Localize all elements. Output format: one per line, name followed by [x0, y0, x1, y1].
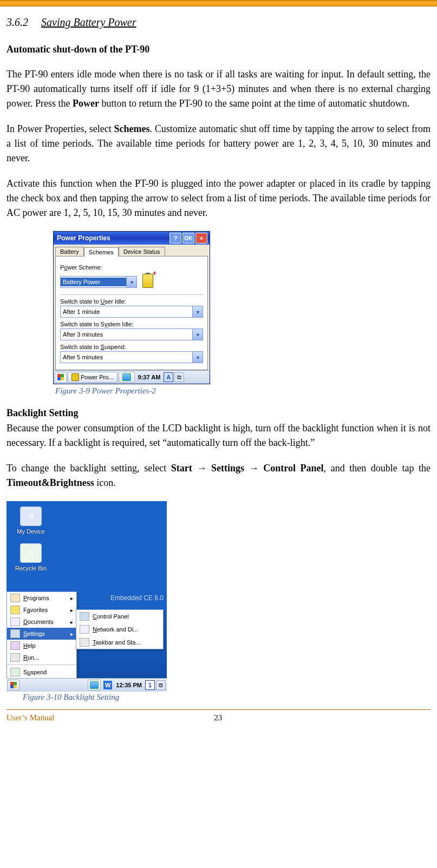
tab-schemes[interactable]: Schemes [84, 247, 119, 257]
start-settings[interactable]: Settings ▸ [7, 628, 76, 640]
recycle-icon: ♻ [20, 543, 42, 563]
system-idle-combo[interactable]: After 3 minutes ▾ [60, 328, 203, 340]
power-scheme-combo[interactable]: Battery Power ▾ [60, 276, 137, 288]
power-properties-window: Power Properties ? OK × Battery Schemes … [53, 231, 210, 384]
section-number: 3.6.2 [6, 16, 28, 29]
run-icon [10, 653, 20, 662]
system-idle-label: Switch state to System Idle: [60, 321, 203, 327]
tab-battery[interactable]: Battery [55, 247, 84, 256]
chevron-down-icon[interactable]: ▾ [192, 329, 203, 340]
paragraph-3: Activate this function when the PT-90 is… [6, 176, 431, 220]
submenu-control-panel[interactable]: Control Panel [76, 610, 163, 623]
tray-windows-icon[interactable]: ⧉ [174, 372, 184, 382]
ce-desktop: 🖥 My Device ♻ Recycle Bin Embedded CE 6.… [6, 501, 167, 692]
schemes-panel: Power Scheme: Battery Power ▾ + Switch [55, 256, 208, 370]
suspend-icon [10, 668, 20, 676]
section-title: Saving Battery Power [41, 16, 136, 29]
chevron-down-icon[interactable]: ▾ [126, 277, 136, 287]
taskbar: Power Pro... 9:37 AM A ⧉ [54, 370, 210, 384]
tray-windows-icon[interactable]: ⧉ [156, 680, 166, 690]
user-idle-combo[interactable]: After 1 minute ▾ [60, 306, 203, 318]
paragraph-4: Because the power consumption of the LCD… [6, 421, 431, 450]
show-desktop-button[interactable] [119, 372, 135, 383]
taskbar-settings-icon [80, 638, 89, 647]
menu-separator [7, 665, 76, 665]
documents-icon [10, 617, 20, 626]
windows-flag-icon [10, 682, 17, 688]
start-programs[interactable]: Programs ▸ [7, 592, 76, 604]
star-icon [10, 606, 20, 614]
figure-3-9: Power Properties ? OK × Battery Schemes … [53, 231, 431, 396]
ime-indicator[interactable]: A [164, 372, 173, 382]
system-idle-value: After 3 minutes [61, 330, 192, 339]
folder-icon [10, 594, 20, 602]
figure-3-9-caption: Figure 3-9 Power Properties-2 [55, 386, 431, 396]
control-panel-icon [80, 612, 89, 621]
chevron-down-icon[interactable]: ▾ [192, 306, 203, 317]
taskbar-clock: 9:37 AM [138, 374, 161, 380]
windows-flag-icon [57, 374, 64, 380]
start-documents[interactable]: Documents ▸ [7, 616, 76, 628]
user-idle-label: Switch state to User Idle: [60, 298, 203, 305]
start-help[interactable]: Help [7, 640, 76, 652]
paragraph-1: The PT-90 enters idle mode when there is… [6, 67, 431, 111]
submenu-taskbar[interactable]: Taskbar and Sta... [76, 636, 163, 649]
computer-icon: 🖥 [20, 507, 42, 526]
desktop-taskbar: W 12:35 PM 1 ⧉ [6, 678, 167, 692]
subheading-auto-shutdown: Automatic shut-down of the PT-90 [6, 44, 431, 55]
chevron-right-icon: ▸ [70, 607, 73, 613]
suspend-value: After 5 minutes [61, 353, 192, 361]
start-menu: Programs ▸ Favorites ▸ Documents ▸ Setti… [6, 591, 77, 679]
power-scheme-label: Power Scheme: [60, 264, 203, 271]
power-scheme-value: Battery Power [61, 278, 126, 286]
show-desktop-button[interactable] [88, 680, 101, 691]
start-suspend[interactable]: Suspend [7, 666, 76, 678]
chevron-right-icon: ▸ [70, 619, 73, 625]
figure-3-10: 🖥 My Device ♻ Recycle Bin Embedded CE 6.… [6, 501, 431, 702]
battery-small-icon [71, 373, 79, 381]
bold-power: Power [73, 98, 99, 109]
chevron-right-icon: ▸ [70, 595, 73, 601]
desktop-icon [122, 373, 131, 381]
suspend-combo[interactable]: After 5 minutes ▾ [60, 351, 203, 363]
ok-button[interactable]: OK [182, 233, 194, 244]
footer-page-number: 23 [54, 713, 382, 722]
ime-indicator[interactable]: 1 [145, 680, 155, 690]
footer-title: User’s Manual [6, 713, 54, 722]
page-footer: User’s Manual 23 [6, 713, 431, 722]
footer-rule [6, 709, 431, 710]
submenu-network[interactable]: Network and Di... [76, 623, 163, 636]
text: button to return the PT-90 to the same p… [99, 98, 409, 109]
divider [60, 294, 203, 295]
start-button[interactable] [8, 680, 19, 691]
tray-word-icon[interactable]: W [103, 681, 112, 689]
chevron-right-icon: ▸ [70, 631, 73, 637]
help-button[interactable]: ? [169, 233, 181, 244]
help-icon [10, 641, 20, 650]
text: In Power Properties, select [6, 123, 114, 134]
my-device-icon[interactable]: 🖥 My Device [12, 507, 50, 535]
recycle-bin-icon[interactable]: ♻ Recycle Bin [12, 543, 50, 571]
taskbar-clock: 12:35 PM [116, 682, 142, 688]
window-titlebar[interactable]: Power Properties ? OK × [54, 232, 210, 245]
start-favorites[interactable]: Favorites ▸ [7, 604, 76, 616]
suspend-label: Switch state to Suspend: [60, 344, 203, 350]
paragraph-5: To change the backlight setting, select … [6, 461, 431, 490]
chevron-down-icon[interactable]: ▾ [192, 352, 203, 363]
network-icon [80, 625, 89, 634]
user-idle-value: After 1 minute [61, 307, 192, 316]
start-run[interactable]: Run... [7, 652, 76, 663]
close-button[interactable]: × [195, 233, 207, 244]
tab-device-status[interactable]: Device Status [119, 247, 165, 256]
desktop-icon [90, 681, 99, 689]
settings-icon [10, 629, 20, 638]
tabs-row: Battery Schemes Device Status [54, 245, 210, 256]
paragraph-2: In Power Properties, select Schemes. Cus… [6, 122, 431, 166]
taskbar-app-label: Power Pro... [81, 374, 114, 380]
page-top-rule [0, 0, 437, 6]
subheading-backlight: Backlight Setting [6, 407, 431, 419]
taskbar-app-power[interactable]: Power Pro... [68, 372, 118, 383]
start-button[interactable] [55, 372, 67, 383]
battery-icon: + [140, 271, 154, 288]
bold-schemes: Schemes [114, 123, 150, 134]
